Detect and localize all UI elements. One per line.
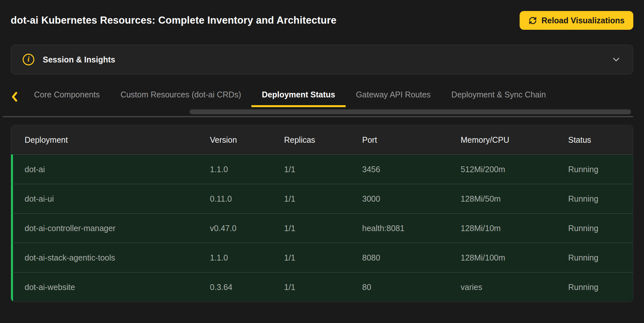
cell-memory-cpu: 128Mi/50m — [449, 194, 557, 204]
cell-port: 80 — [351, 283, 449, 292]
cell-port: 8080 — [351, 253, 449, 262]
cell-status: Running — [557, 283, 633, 292]
cell-port: health:8081 — [351, 224, 449, 233]
cell-status: Running — [557, 165, 633, 174]
cell-port: 3000 — [351, 194, 449, 204]
session-insights-label: Session & Insights — [43, 55, 115, 64]
table-header-row: DeploymentVersionReplicasPortMemory/CPUS… — [11, 125, 633, 154]
reload-button-label: Reload Visualizations — [541, 16, 625, 25]
cell-version: 0.3.64 — [198, 283, 272, 292]
tab-bar: Core ComponentsCustom Resources (dot-ai … — [11, 86, 644, 107]
table-row[interactable]: dot-ai 1.1.0 1/1 3456 512Mi/200m Running — [11, 154, 633, 184]
tabs-scrollbar-thumb[interactable] — [190, 109, 631, 114]
cell-replicas: 1/1 — [272, 283, 351, 292]
table-row[interactable]: dot-ai-stack-agentic-tools 1.1.0 1/1 808… — [11, 243, 633, 272]
column-header-version: Version — [198, 135, 272, 145]
tab-gateway-api-routes[interactable]: Gateway API Routes — [346, 86, 441, 107]
topbar: dot-ai Kubernetes Resources: Complete In… — [0, 0, 644, 30]
chevron-down-icon[interactable] — [611, 54, 621, 65]
table-row[interactable]: dot-ai-website 0.3.64 1/1 80 varies Runn… — [11, 272, 633, 302]
column-header-deployment: Deployment — [13, 135, 198, 145]
table-body: dot-ai 1.1.0 1/1 3456 512Mi/200m Running… — [11, 154, 633, 302]
tabs-scrollbar-track[interactable] — [0, 109, 644, 114]
tab-custom-resources-dot-ai-crds[interactable]: Custom Resources (dot-ai CRDs) — [110, 86, 251, 107]
cell-version: 1.1.0 — [198, 165, 272, 174]
column-header-port: Port — [351, 135, 449, 145]
tab-list: Core ComponentsCustom Resources (dot-ai … — [24, 86, 556, 107]
page-title: dot-ai Kubernetes Resources: Complete In… — [11, 15, 337, 26]
table-row[interactable]: dot-ai-controller-manager v0.47.0 1/1 he… — [11, 213, 633, 243]
tab-deployment-status[interactable]: Deployment Status — [251, 86, 345, 107]
cell-version: v0.47.0 — [198, 224, 272, 233]
cell-memory-cpu: 128Mi/10m — [449, 224, 557, 233]
column-header-memory-cpu: Memory/CPU — [449, 135, 557, 145]
cell-status: Running — [557, 224, 633, 233]
tab-deployment-sync-chain[interactable]: Deployment & Sync Chain — [441, 86, 556, 107]
cell-deployment: dot-ai-website — [13, 283, 198, 292]
session-insights-panel[interactable]: i Session & Insights — [11, 45, 633, 74]
cell-deployment: dot-ai-stack-agentic-tools — [13, 253, 198, 262]
cell-status: Running — [557, 194, 633, 204]
cell-deployment: dot-ai-controller-manager — [13, 224, 198, 233]
cell-replicas: 1/1 — [272, 253, 351, 262]
cell-memory-cpu: 512Mi/200m — [449, 165, 557, 174]
cell-replicas: 1/1 — [272, 194, 351, 204]
tab-core-components[interactable]: Core Components — [24, 86, 110, 107]
reload-icon — [528, 16, 537, 25]
cell-version: 1.1.0 — [198, 253, 272, 262]
table-row[interactable]: dot-ai-ui 0.11.0 1/1 3000 128Mi/50m Runn… — [11, 184, 633, 213]
column-header-replicas: Replicas — [272, 135, 351, 145]
cell-deployment: dot-ai-ui — [13, 194, 198, 204]
cell-replicas: 1/1 — [272, 165, 351, 174]
app-root: dot-ai Kubernetes Resources: Complete In… — [0, 0, 644, 323]
tabs-divider — [3, 116, 633, 117]
cell-memory-cpu: 128Mi/100m — [449, 253, 557, 262]
cell-port: 3456 — [351, 165, 449, 174]
chevron-left-icon[interactable] — [11, 91, 18, 102]
column-header-status: Status — [557, 135, 633, 145]
cell-memory-cpu: varies — [449, 283, 557, 292]
cell-deployment: dot-ai — [13, 165, 198, 174]
cell-replicas: 1/1 — [272, 224, 351, 233]
reload-visualizations-button[interactable]: Reload Visualizations — [520, 11, 633, 30]
cell-version: 0.11.0 — [198, 194, 272, 204]
cell-status: Running — [557, 253, 633, 262]
deployment-status-table: DeploymentVersionReplicasPortMemory/CPUS… — [11, 125, 633, 302]
info-icon: i — [23, 54, 34, 65]
